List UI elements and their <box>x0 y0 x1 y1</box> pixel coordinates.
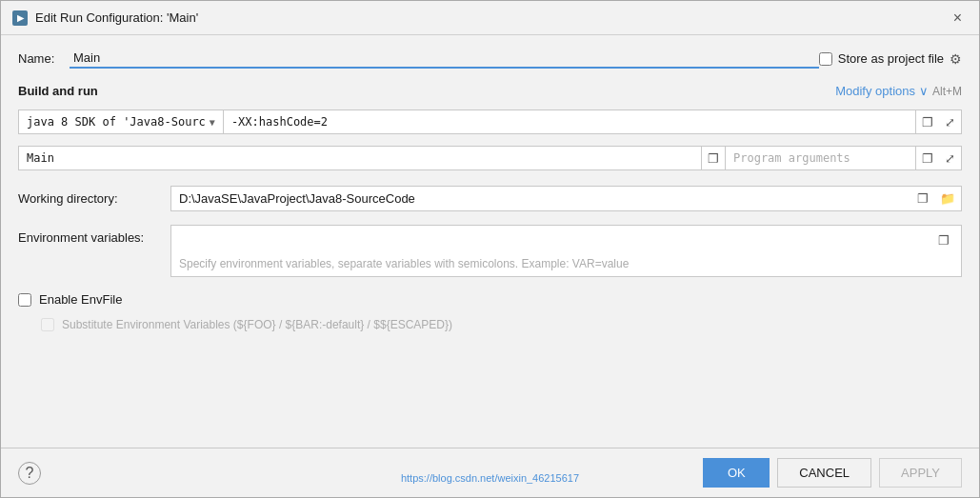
gear-icon[interactable]: ⚙ <box>950 51 962 67</box>
program-args-copy-icon[interactable]: ❐ <box>916 148 939 169</box>
program-args-expand-icon[interactable]: ⤢ <box>939 148 961 169</box>
sdk-dropdown-arrow: ▼ <box>210 117 215 128</box>
modify-options-label: Modify options <box>835 84 915 98</box>
working-directory-container: ❐ 📁 <box>170 186 962 211</box>
program-args-placeholder: Program arguments <box>725 147 915 169</box>
working-dir-copy-icon[interactable]: ❐ <box>911 188 934 209</box>
modify-options-arrow: ∨ <box>919 84 929 98</box>
working-directory-input[interactable] <box>171 187 911 210</box>
vm-options-copy-icon[interactable]: ❐ <box>916 111 939 133</box>
program-args-label: Program arguments <box>733 151 850 165</box>
substitute-env-row: Substitute Environment Variables (${FOO}… <box>41 318 962 331</box>
program-args-icons: ❐ ⤢ <box>915 147 961 169</box>
name-store-row: Name: Store as project file ⚙ <box>18 49 962 69</box>
working-directory-label: Working directory: <box>18 186 170 211</box>
env-field-top: ❐ <box>171 226 961 255</box>
action-buttons: OK CANCEL APPLY <box>703 458 962 488</box>
build-run-section-header: Build and run Modify options ∨ Alt+M <box>18 84 962 98</box>
cancel-button[interactable]: CANCEL <box>777 458 871 488</box>
ok-button[interactable]: OK <box>703 458 770 488</box>
name-left: Name: <box>18 49 819 69</box>
title-bar-left: ▶ Edit Run Configuration: 'Main' <box>12 10 198 26</box>
name-right: Store as project file ⚙ <box>819 51 962 67</box>
close-button[interactable]: × <box>948 9 968 28</box>
enable-envfile-row: Enable EnvFile <box>18 292 962 307</box>
main-class-row: ❐ Program arguments ❐ ⤢ <box>18 146 962 170</box>
run-config-icon: ▶ <box>12 10 28 26</box>
working-directory-row: Working directory: ❐ 📁 <box>18 186 962 211</box>
vm-options-input[interactable] <box>224 110 915 133</box>
vm-options-icons: ❐ ⤢ <box>915 110 961 133</box>
title-bar: ▶ Edit Run Configuration: 'Main' × <box>1 1 979 35</box>
sdk-label: java 8 SDK of 'Java8-Sourc <box>27 115 206 129</box>
main-class-browse-icon[interactable]: ❐ <box>701 147 725 169</box>
sdk-vmoptions-row: java 8 SDK of 'Java8-Sourc ▼ ❐ ⤢ <box>18 110 962 134</box>
apply-button[interactable]: APPLY <box>879 458 962 488</box>
edit-run-config-dialog: ▶ Edit Run Configuration: 'Main' × Name:… <box>0 0 980 498</box>
url-hint: https://blog.csdn.net/weixin_46215617 <box>401 472 579 484</box>
name-label: Name: <box>18 51 60 66</box>
build-run-title: Build and run <box>18 84 98 98</box>
store-project-label: Store as project file <box>838 51 944 66</box>
store-project-checkbox[interactable] <box>819 52 832 66</box>
vm-options-expand-icon[interactable]: ⤢ <box>939 111 961 133</box>
env-field-container: ❐ Specify environment variables, separat… <box>170 225 962 277</box>
env-vars-edit-icon[interactable]: ❐ <box>932 229 955 251</box>
working-dir-folder-icon[interactable]: 📁 <box>934 188 961 209</box>
enable-envfile-checkbox[interactable] <box>18 293 31 307</box>
substitute-env-checkbox[interactable] <box>41 318 54 331</box>
modify-options-shortcut: Alt+M <box>932 85 962 98</box>
sdk-dropdown[interactable]: java 8 SDK of 'Java8-Sourc ▼ <box>19 110 224 133</box>
substitute-env-label: Substitute Environment Variables (${FOO}… <box>62 318 452 331</box>
help-button[interactable]: ? <box>18 462 41 485</box>
env-vars-label: Environment variables: <box>18 225 170 250</box>
env-vars-hint: Specify environment variables, separate … <box>171 255 961 276</box>
enable-envfile-label: Enable EnvFile <box>39 292 122 307</box>
dialog-content: Name: Store as project file ⚙ Build and … <box>1 35 979 448</box>
modify-options-button[interactable]: Modify options ∨ Alt+M <box>835 84 962 98</box>
dialog-title: Edit Run Configuration: 'Main' <box>35 10 198 25</box>
env-vars-row: Environment variables: ❐ Specify environ… <box>18 225 962 277</box>
main-class-input[interactable] <box>19 147 701 169</box>
name-input[interactable] <box>70 49 819 69</box>
